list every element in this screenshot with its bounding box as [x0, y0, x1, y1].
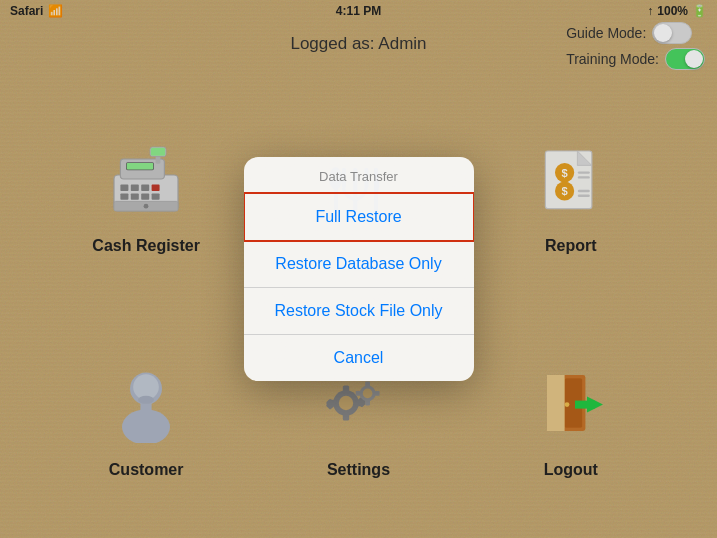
action-sheet: Data Transfer Full Restore Restore Datab… — [244, 157, 474, 381]
cancel-button[interactable]: Cancel — [244, 335, 474, 381]
action-sheet-title: Data Transfer — [244, 157, 474, 193]
restore-database-button[interactable]: Restore Database Only — [244, 241, 474, 288]
full-restore-button[interactable]: Full Restore — [244, 192, 474, 242]
restore-stock-button[interactable]: Restore Stock File Only — [244, 288, 474, 335]
